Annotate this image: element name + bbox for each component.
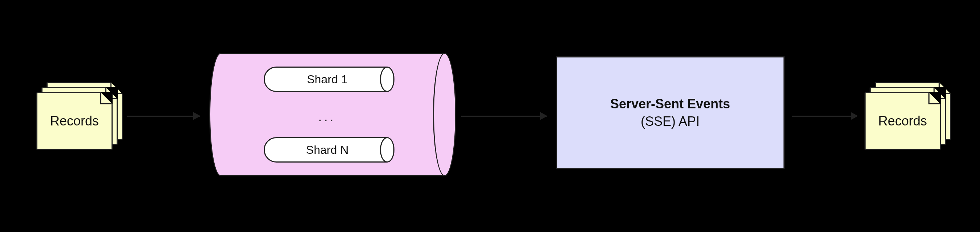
input-records-label: Records	[50, 114, 99, 129]
output-records: Records	[864, 82, 952, 151]
input-records: Records	[36, 82, 124, 151]
ellipsis: ...	[318, 109, 336, 124]
output-records-label: Records	[878, 114, 927, 129]
architecture-diagram: Records Shard 1 ... Shard N Server-Sent …	[0, 0, 980, 232]
arrow-icon	[127, 116, 200, 117]
sse-subtitle: (SSE) API	[641, 114, 700, 129]
records-page-icon: Records	[36, 92, 113, 150]
datastore-cylinder: Shard 1 ... Shard N	[209, 53, 456, 176]
shard: Shard N	[264, 137, 395, 163]
records-page-icon: Records	[864, 92, 941, 150]
shard-label: Shard N	[264, 137, 395, 163]
shard: Shard 1	[264, 67, 395, 92]
sse-api-box: Server-Sent Events (SSE) API	[556, 56, 784, 169]
arrow-icon	[461, 116, 547, 117]
arrow-icon	[792, 116, 857, 117]
shard-label: Shard 1	[264, 67, 395, 92]
sse-title: Server-Sent Events	[610, 96, 730, 112]
